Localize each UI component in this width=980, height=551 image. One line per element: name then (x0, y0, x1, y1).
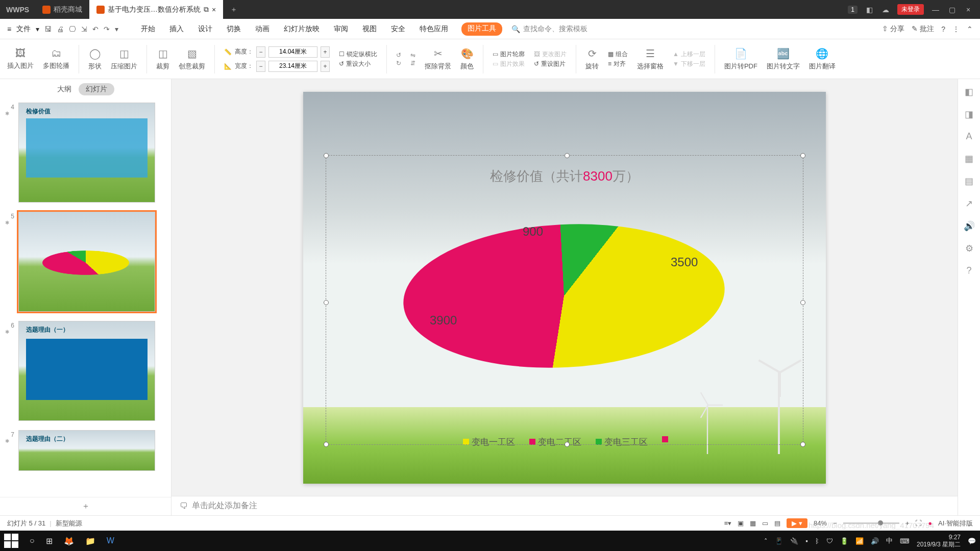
color-button[interactable]: 🎨颜色 (460, 47, 474, 71)
tray-usb-icon[interactable]: 🔌 (790, 537, 798, 545)
slides-tab[interactable]: 幻灯片 (79, 83, 114, 95)
flip-v-icon[interactable]: ⇵ (410, 60, 415, 67)
compress-button[interactable]: ◫压缩图片 (111, 47, 137, 71)
tab-featured[interactable]: 特色应用 (419, 22, 449, 36)
notes-pane[interactable]: 🗨 单击此处添加备注 (172, 496, 958, 515)
text-icon[interactable]: A (966, 131, 972, 142)
wps-taskbar-icon[interactable]: W (107, 536, 114, 545)
pic-translate-button[interactable]: 🌐图片翻译 (809, 47, 836, 71)
cloud-icon[interactable]: ☁ (881, 6, 890, 14)
help-icon[interactable]: ? (941, 25, 945, 33)
reset-pic-button[interactable]: ↺重设图片 (534, 60, 567, 68)
zoom-in-button[interactable]: + (905, 519, 910, 527)
badge-count[interactable]: 1 (848, 6, 857, 14)
width-input[interactable] (268, 61, 317, 72)
pic-to-text-button[interactable]: 🔤图片转文字 (767, 47, 800, 71)
zoom-slider[interactable] (843, 522, 899, 524)
tray-ime-icon[interactable]: 中 (886, 536, 893, 545)
tray-keyboard-icon[interactable]: ⌨ (900, 537, 910, 545)
question-icon[interactable]: ? (966, 265, 971, 276)
taskview-icon[interactable]: ⊞ (46, 536, 53, 546)
explorer-icon[interactable]: 📁 (85, 536, 95, 546)
tray-shield-icon[interactable]: 🛡 (826, 537, 833, 545)
qat-dropdown-icon[interactable]: ▾ (115, 25, 118, 33)
play-button[interactable]: ▶ ▾ (787, 518, 807, 528)
sorter-view-icon[interactable]: ▦ (750, 519, 756, 527)
new-tab-button[interactable]: ＋ (223, 0, 244, 19)
align-button[interactable]: ≡对齐 (608, 60, 628, 68)
width-inc[interactable]: + (321, 61, 330, 72)
pic-outline-button[interactable]: ▭图片轮廓 (493, 50, 525, 59)
minimize-icon[interactable]: — (931, 6, 940, 14)
remove-bg-button[interactable]: ✂抠除背景 (425, 47, 451, 71)
collapse-ribbon-icon[interactable]: ⌃ (967, 25, 973, 33)
reset-size-button[interactable]: ↺重设大小 (339, 60, 377, 68)
shape-button[interactable]: ◯形状 (88, 47, 102, 71)
tab-close-icon[interactable]: × (212, 6, 216, 14)
kebab-icon[interactable]: ⋮ (952, 25, 960, 33)
tray-volume-icon[interactable]: 🔊 (871, 537, 879, 545)
grid-icon[interactable]: ▦ (965, 153, 973, 164)
rotate-left-icon[interactable]: ↺ (396, 52, 401, 59)
tab-popout-icon[interactable]: ⧉ (204, 5, 209, 14)
zoom-out-button[interactable]: − (833, 519, 837, 527)
rotate-right-icon[interactable]: ↻ (396, 60, 401, 67)
tab-transition[interactable]: 切换 (226, 22, 242, 36)
zoom-value[interactable]: 84% (814, 519, 827, 527)
fit-button[interactable]: ⛶ (915, 519, 922, 527)
combine-button[interactable]: ▦组合 (608, 50, 628, 59)
preview-icon[interactable]: 🖵 (69, 25, 76, 33)
tab-picture-tools[interactable]: 图片工具 (461, 22, 502, 36)
share-button[interactable]: ⇧ 分享 (882, 24, 904, 34)
export-icon[interactable]: ↗ (965, 198, 973, 209)
redo-icon[interactable]: ↷ (104, 25, 110, 33)
close-icon[interactable]: × (964, 6, 973, 14)
design-icon[interactable]: ◧ (965, 86, 973, 97)
reading-view-icon[interactable]: ▭ (762, 519, 768, 527)
maximize-icon[interactable]: ▢ (947, 6, 957, 14)
height-inc[interactable]: + (321, 46, 330, 58)
firefox-icon[interactable]: 🦊 (64, 536, 74, 546)
app-logo[interactable]: W WPS (0, 6, 35, 14)
view-menu-icon[interactable]: ≡▾ (724, 519, 732, 527)
creative-crop-button[interactable]: ▧创意裁剪 (179, 47, 205, 71)
cortana-icon[interactable]: ○ (30, 536, 35, 545)
template-icon[interactable]: ▤ (965, 176, 973, 187)
height-dec[interactable]: − (256, 46, 265, 58)
tray-bluetooth-icon[interactable]: ᛒ (815, 537, 819, 545)
select-pane-button[interactable]: ☰选择窗格 (637, 47, 664, 71)
tab-design[interactable]: 设计 (197, 22, 213, 36)
slide-thumb-5[interactable]: 5✱ (5, 212, 171, 312)
sound-icon[interactable]: 🔊 (964, 220, 975, 232)
pic-to-pdf-button[interactable]: 📄图片转PDF (724, 47, 757, 71)
tray-wifi-icon[interactable]: 📶 (855, 537, 864, 545)
tab-security[interactable]: 安全 (390, 22, 406, 36)
login-button[interactable]: 未登录 (897, 4, 924, 15)
gear-icon[interactable]: ⚙ (965, 243, 973, 254)
slide-thumb-4[interactable]: 4✱ 检修价值 (5, 103, 171, 203)
flip-h-icon[interactable]: ⇋ (410, 52, 415, 59)
height-input[interactable] (268, 46, 317, 58)
width-dec[interactable]: − (256, 61, 265, 72)
transition-icon[interactable]: ◨ (965, 109, 973, 120)
ai-layout-button[interactable]: AI·智能排版 (938, 519, 973, 528)
save-icon[interactable]: 🖫 (44, 25, 52, 33)
slide-thumb-7[interactable]: 7✱ 选题理由（二） (5, 430, 171, 471)
tab-start[interactable]: 开始 (140, 22, 156, 36)
rotate-button[interactable]: ⟳旋转 (585, 47, 599, 71)
clock[interactable]: 9:27 2019/9/3 星期二 (917, 534, 961, 548)
tab-review[interactable]: 审阅 (333, 22, 349, 36)
chevron-down-icon[interactable]: ▾ (36, 25, 39, 33)
tray-up-icon[interactable]: ˄ (764, 537, 768, 545)
lock-ratio-checkbox[interactable]: ☐锁定纵横比 (339, 50, 377, 59)
insert-picture-button[interactable]: 🖼插入图片 (7, 47, 34, 70)
slide-canvas[interactable]: 检修价值（共计8300万） 3500 3900 900 变电一工区 变电二工区 … (172, 79, 958, 496)
selection-frame[interactable] (326, 155, 803, 445)
normal-view-icon[interactable]: ▣ (738, 519, 744, 527)
comment-button[interactable]: ✎ 批注 (912, 24, 934, 34)
tab-insert[interactable]: 插入 (168, 22, 185, 36)
tab-slideshow[interactable]: 幻灯片放映 (283, 22, 321, 36)
export-icon[interactable]: ⇲ (81, 25, 87, 33)
tab-store[interactable]: 稻壳商城 (35, 0, 89, 19)
tray-battery-icon[interactable]: 🔋 (840, 537, 848, 545)
